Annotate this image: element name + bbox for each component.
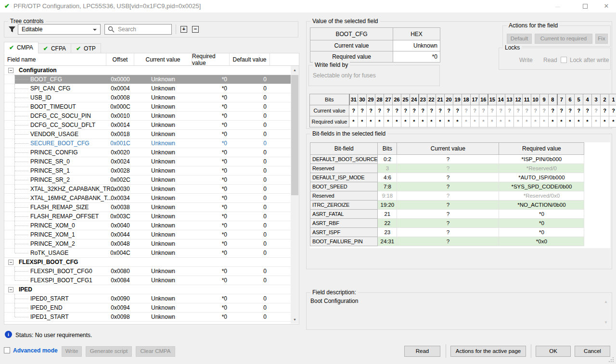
bitfield-row[interactable]: DEFAULT_ISP_MODE4:6?*AUTO_ISP/0b000 [310, 173, 584, 182]
close-button[interactable]: ✕ [597, 0, 616, 13]
bit-26-required[interactable]: * [393, 116, 401, 127]
tab-cfpa[interactable]: ✔CFPA [38, 43, 71, 53]
bit-24-required[interactable]: * [410, 116, 419, 127]
tab-otp[interactable]: ✔OTP [71, 43, 101, 53]
bit-7-required[interactable]: * [557, 116, 566, 127]
table-row[interactable]: SECURE_BOOT_CFG0x001CUnknown*00 [4, 139, 291, 148]
bit-26-current[interactable]: ? [393, 105, 401, 116]
bit-10-required[interactable]: * [531, 116, 540, 127]
bit-25-current[interactable]: ? [401, 105, 410, 116]
desc-scroll-up-icon[interactable]: ▲ [604, 300, 608, 304]
table-row[interactable]: IPED1_START0x0098Unknown*00 [4, 313, 291, 322]
bitfield-row[interactable]: BOOT_FAILURE_PIN24:31?*0x0 [310, 237, 584, 246]
table-row[interactable]: PRINCE_XOM_00x0040Unknown*00 [4, 221, 291, 230]
table-row[interactable]: BOOT_CFG0x0000Unknown*00 [4, 75, 291, 84]
tab-cmpa[interactable]: ✔CMPA [4, 42, 38, 53]
scroll-down-icon[interactable]: ▼ [291, 315, 299, 324]
bitfield-row[interactable]: ASRT_RBF22?*0 [310, 219, 584, 228]
expand-all-button[interactable]: + [180, 26, 187, 33]
required-value-cell[interactable]: *0 [393, 51, 440, 63]
table-row[interactable]: IPED0_START0x0090Unknown*00 [4, 294, 291, 303]
table-row[interactable]: DCFG_CC_SOCU_DFLT0x0014Unknown*00 [4, 121, 291, 130]
bit-9-current[interactable]: ? [540, 105, 549, 116]
bitfield-required[interactable]: *0x0 [499, 237, 584, 246]
bit-28-current[interactable]: ? [375, 105, 384, 116]
table-row[interactable]: VENDOR_USAGE0x0018Unknown*00 [4, 130, 291, 139]
table-row[interactable]: PRINCE_SR_00x0024Unknown*00 [4, 157, 291, 166]
bit-21-required[interactable]: * [436, 116, 445, 127]
cancel-button[interactable]: Cancel [575, 346, 610, 357]
bit-2-required[interactable]: * [601, 116, 609, 127]
bitfield-row[interactable]: DEFAULT_BOOT_SOURCE0:2?*ISP_PIN/0b000 [310, 155, 584, 164]
bit-16-current[interactable]: ? [479, 105, 488, 116]
bit-27-current[interactable]: ? [384, 105, 393, 116]
bit-11-required[interactable]: * [523, 116, 531, 127]
bit-10-current[interactable]: ? [531, 105, 540, 116]
bit-7-current[interactable]: ? [557, 105, 566, 116]
table-row[interactable]: FLEXSPI_BOOT_CFG10x0084Unknown*00 [4, 276, 291, 285]
table-row[interactable]: RoTK_USAGE0x004CUnknown*00 [4, 249, 291, 258]
tree-scrollbar[interactable]: ▲ ▼ [291, 66, 299, 324]
bit-6-current[interactable]: ? [566, 105, 575, 116]
scroll-up-icon[interactable]: ▲ [291, 66, 299, 74]
bit-16-required[interactable]: * [479, 116, 488, 127]
table-row[interactable]: FLASH_REMAP_SIZE0x0038Unknown*00 [4, 203, 291, 212]
bit-8-required[interactable]: * [549, 116, 557, 127]
desc-scroll-down-icon[interactable]: ▼ [604, 320, 608, 325]
bit-23-required[interactable]: * [419, 116, 427, 127]
bit-13-current[interactable]: ? [505, 105, 514, 116]
bit-29-required[interactable]: * [367, 116, 375, 127]
advanced-mode-checkbox[interactable] [4, 347, 10, 353]
table-row[interactable]: IPED0_END0x0094Unknown*00 [4, 303, 291, 313]
bit-20-current[interactable]: ? [445, 105, 453, 116]
bitfield-required[interactable]: *ISP_PIN/0b000 [499, 155, 584, 164]
bit-1-current[interactable]: ? [609, 105, 616, 116]
bitfield-required[interactable]: *0 [499, 228, 584, 237]
bit-5-current[interactable]: ? [575, 105, 583, 116]
bitfield-required[interactable]: *AUTO_ISP/0b000 [499, 173, 584, 182]
table-row[interactable]: DCFG_CC_SOCU_PIN0x0010Unknown*00 [4, 112, 291, 121]
bitfield-required[interactable]: *Reserved/0 [499, 164, 584, 173]
bit-22-required[interactable]: * [427, 116, 436, 127]
bit-14-current[interactable]: ? [497, 105, 505, 116]
bit-6-required[interactable]: * [566, 116, 575, 127]
bit-14-required[interactable]: * [497, 116, 505, 127]
bit-24-current[interactable]: ? [410, 105, 419, 116]
scrollbar-thumb[interactable] [291, 75, 298, 195]
bit-31-current[interactable]: ? [349, 105, 358, 116]
bit-17-required[interactable]: * [471, 116, 479, 127]
bitfield-required[interactable]: *0 [499, 210, 584, 219]
bit-15-current[interactable]: ? [488, 105, 497, 116]
bit-22-current[interactable]: ? [427, 105, 436, 116]
bit-28-required[interactable]: * [375, 116, 384, 127]
bit-31-required[interactable]: * [349, 116, 358, 127]
bit-27-required[interactable]: * [384, 116, 393, 127]
group-row[interactable]: Configuration [4, 66, 291, 75]
bit-11-current[interactable]: ? [523, 105, 531, 116]
bit-17-current[interactable]: ? [471, 105, 479, 116]
group-row[interactable]: IPED [4, 285, 291, 294]
bit-25-required[interactable]: * [401, 116, 410, 127]
table-row[interactable]: SPI_CAN_CFG0x0004Unknown*00 [4, 84, 291, 93]
filter-dropdown[interactable]: Editable [18, 24, 101, 35]
bit-21-current[interactable]: ? [436, 105, 445, 116]
bit-18-current[interactable]: ? [462, 105, 471, 116]
bit-30-required[interactable]: * [358, 116, 367, 127]
bitfield-required[interactable]: *0 [499, 219, 584, 228]
collapse-icon[interactable] [8, 68, 13, 73]
table-row[interactable]: BOOT_TIMEOUT0x000CUnknown*00 [4, 102, 291, 112]
collapse-all-button[interactable]: − [192, 26, 199, 33]
bit-12-current[interactable]: ? [514, 105, 523, 116]
table-row[interactable]: USB_ID0x0008Unknown*00 [4, 93, 291, 102]
bitfield-row[interactable]: ITRC_ZEROIZE19:20?*NO_ACTION/0b00 [310, 201, 584, 210]
table-row[interactable]: PRINCE_XOM_10x0044Unknown*00 [4, 230, 291, 239]
table-row[interactable]: XTAL_32KHZ_CAPABANK_TR...0x0030Unknown*0… [4, 185, 291, 194]
bitfield-required[interactable]: *NO_ACTION/0b00 [499, 201, 584, 210]
resize-grip[interactable] [609, 357, 614, 363]
minimize-button[interactable] [549, 0, 567, 13]
read-button[interactable]: Read [404, 346, 440, 357]
bitfield-row[interactable]: Reserved9:18?*Reserved/0x0 [310, 191, 584, 201]
bit-4-required[interactable]: * [583, 116, 592, 127]
table-row[interactable]: FLEXSPI_BOOT_CFG00x0080Unknown*00 [4, 267, 291, 276]
group-row[interactable]: FLEXSPI_BOOT_CFG [4, 258, 291, 267]
